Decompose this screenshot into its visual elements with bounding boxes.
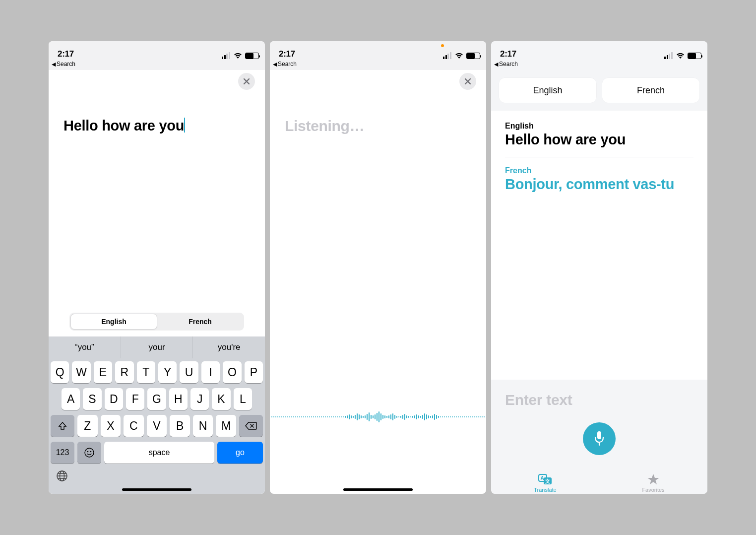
back-to-search[interactable]: ◀ Search (49, 60, 265, 70)
result-divider (505, 157, 693, 157)
key-v[interactable]: V (147, 415, 167, 437)
close-button[interactable] (459, 73, 476, 90)
status-bar: 2:17 (49, 41, 265, 60)
segment-source-language[interactable]: English (70, 314, 157, 330)
key-k[interactable]: K (212, 388, 230, 410)
key-x[interactable]: X (101, 415, 121, 437)
key-shift[interactable] (51, 415, 74, 437)
back-label: Search (57, 61, 75, 67)
back-chevron-icon: ◀ (52, 61, 56, 67)
key-go[interactable]: go (217, 442, 263, 464)
source-language-label: English (505, 122, 693, 131)
recording-indicator-icon (441, 44, 444, 47)
language-segmented-control: English French (69, 313, 244, 331)
typed-text: Hello how are you (63, 118, 184, 134)
svg-rect-5 (597, 431, 601, 439)
key-z[interactable]: Z (77, 415, 98, 437)
translate-icon: A文 (538, 473, 553, 486)
key-123[interactable]: 123 (51, 442, 74, 464)
back-to-search[interactable]: ◀ Search (270, 60, 486, 70)
key-q[interactable]: Q (51, 361, 69, 383)
tab-translate-label: Translate (534, 487, 556, 493)
status-bar: 2:17 (491, 41, 707, 60)
home-indicator[interactable] (343, 488, 413, 491)
listening-area: Listening… (270, 70, 486, 134)
screen-listening: 2:17 ◀ Search Listening… (270, 41, 486, 494)
enter-text-placeholder[interactable]: Enter text (505, 392, 693, 408)
text-cursor (184, 118, 185, 133)
key-t[interactable]: T (137, 361, 155, 383)
target-language-label: French (505, 166, 693, 175)
svg-point-1 (87, 451, 89, 453)
key-b[interactable]: B (170, 415, 190, 437)
key-m[interactable]: M (216, 415, 236, 437)
cellular-icon (443, 53, 452, 59)
status-indicators (664, 53, 701, 59)
target-language-pill[interactable]: French (602, 78, 699, 103)
key-u[interactable]: U (180, 361, 198, 383)
keyboard-row-1: Q W E R T Y U I O P (51, 361, 263, 383)
key-space[interactable]: space (104, 442, 214, 464)
keyboard-row-3: Z X C V B N M (51, 415, 263, 437)
suggestion-2[interactable]: your (121, 336, 193, 358)
target-text: Bonjour, comment vas-tu (505, 176, 693, 193)
source-text: Hello how are you (505, 132, 693, 148)
key-g[interactable]: G (147, 388, 166, 410)
svg-point-2 (90, 451, 92, 453)
text-input-area[interactable]: Hello how are you (49, 70, 265, 134)
key-l[interactable]: L (234, 388, 252, 410)
key-globe[interactable] (55, 468, 69, 483)
back-chevron-icon: ◀ (273, 61, 277, 67)
keyboard-suggestions: “you” your you're (49, 336, 265, 358)
key-r[interactable]: R (115, 361, 133, 383)
key-s[interactable]: S (83, 388, 101, 410)
back-label: Search (499, 61, 518, 67)
keyboard-row-2: A S D F G H J K L (51, 388, 263, 410)
key-emoji[interactable] (77, 442, 101, 464)
suggestion-1[interactable]: “you” (49, 336, 121, 358)
key-p[interactable]: P (245, 361, 263, 383)
home-indicator[interactable] (122, 488, 191, 491)
key-o[interactable]: O (223, 361, 241, 383)
svg-point-0 (85, 448, 94, 457)
microphone-button[interactable] (583, 422, 616, 455)
screen-translation-result: 2:17 ◀ Search English French English Hel… (491, 41, 707, 494)
status-indicators (443, 53, 480, 59)
tab-bar: A文 Translate Favorites (491, 469, 707, 494)
language-selector-row: English French (491, 70, 707, 111)
key-d[interactable]: D (105, 388, 123, 410)
key-j[interactable]: J (190, 388, 209, 410)
svg-text:A: A (540, 475, 544, 481)
wifi-icon (234, 53, 242, 59)
key-a[interactable]: A (62, 388, 80, 410)
translation-result-card: English Hello how are you French Bonjour… (491, 111, 707, 380)
back-to-search[interactable]: ◀ Search (491, 60, 707, 70)
key-f[interactable]: F (126, 388, 144, 410)
cellular-icon (664, 53, 673, 59)
key-backspace[interactable] (239, 415, 263, 437)
key-c[interactable]: C (124, 415, 144, 437)
key-i[interactable]: I (201, 361, 220, 383)
key-h[interactable]: H (169, 388, 188, 410)
key-w[interactable]: W (72, 361, 90, 383)
close-button[interactable] (238, 73, 255, 90)
status-time: 2:17 (500, 49, 516, 59)
key-n[interactable]: N (193, 415, 213, 437)
key-e[interactable]: E (94, 361, 112, 383)
back-chevron-icon: ◀ (494, 61, 498, 67)
status-time: 2:17 (58, 49, 74, 59)
listening-label: Listening… (285, 118, 471, 134)
status-indicators (222, 53, 259, 59)
segment-target-language[interactable]: French (157, 314, 243, 330)
wifi-icon (455, 53, 463, 59)
battery-icon (466, 53, 480, 59)
key-y[interactable]: Y (158, 361, 177, 383)
tab-translate[interactable]: A文 Translate (491, 473, 599, 493)
star-icon (647, 473, 660, 486)
keyboard: “you” your you're Q W E R T Y U I O P (49, 336, 265, 494)
screen-text-input: 2:17 ◀ Search Hello how are you English … (49, 41, 265, 494)
status-time: 2:17 (279, 49, 295, 59)
suggestion-3[interactable]: you're (193, 336, 265, 358)
source-language-pill[interactable]: English (499, 78, 596, 103)
tab-favorites[interactable]: Favorites (599, 473, 707, 493)
